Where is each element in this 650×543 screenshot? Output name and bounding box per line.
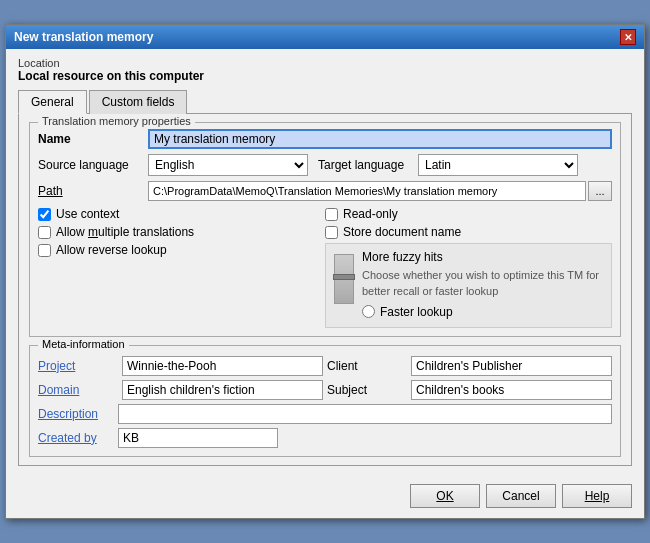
source-language-select[interactable]: English (148, 154, 308, 176)
location-section: Location Local resource on this computer (18, 57, 632, 83)
store-doc-name-label: Store document name (343, 225, 461, 239)
created-by-label: Created by (38, 431, 118, 445)
name-row: Name (38, 129, 612, 149)
target-language-label: Target language (318, 158, 418, 172)
source-language-label: Source language (38, 158, 148, 172)
name-label: Name (38, 132, 148, 146)
store-doc-name-row: Store document name (325, 225, 612, 239)
faster-lookup-row: Faster lookup (362, 305, 603, 319)
tab-general[interactable]: General (18, 90, 87, 114)
window-content: Location Local resource on this computer… (6, 49, 644, 476)
options-area: Use context Allow multiple translations … (38, 207, 612, 328)
description-row: Description (38, 404, 612, 424)
left-checkboxes: Use context Allow multiple translations … (38, 207, 325, 328)
path-row: Path ... (38, 181, 612, 201)
use-context-row: Use context (38, 207, 325, 221)
cancel-button[interactable]: Cancel (486, 484, 556, 508)
use-context-checkbox[interactable] (38, 208, 51, 221)
fuzzy-title: More fuzzy hits (362, 250, 603, 264)
subject-label: Subject (327, 383, 407, 397)
faster-lookup-label: Faster lookup (380, 305, 453, 319)
fuzzy-content: More fuzzy hits Choose whether you wish … (334, 250, 603, 321)
fuzzy-description: Choose whether you wish to optimize this… (362, 268, 603, 299)
tab-custom-fields[interactable]: Custom fields (89, 90, 188, 114)
location-label: Location (18, 57, 632, 69)
fuzzy-slider-area (334, 250, 354, 321)
path-input[interactable] (148, 181, 586, 201)
allow-reverse-label: Allow reverse lookup (56, 243, 167, 257)
close-button[interactable]: ✕ (620, 29, 636, 45)
domain-label: Domain (38, 383, 118, 397)
name-input[interactable] (148, 129, 612, 149)
store-doc-name-checkbox[interactable] (325, 226, 338, 239)
right-options: Read-only Store document name (325, 207, 612, 328)
window-title: New translation memory (14, 30, 153, 44)
meta-grid: Project Client Domain Subject (38, 356, 612, 400)
main-window: New translation memory ✕ Location Local … (5, 24, 645, 519)
description-input[interactable] (118, 404, 612, 424)
allow-multiple-label: Allow multiple translations (56, 225, 194, 239)
read-only-checkbox[interactable] (325, 208, 338, 221)
allow-multiple-checkbox[interactable] (38, 226, 51, 239)
location-value: Local resource on this computer (18, 69, 632, 83)
read-only-row: Read-only (325, 207, 612, 221)
subject-input[interactable] (411, 380, 612, 400)
allow-reverse-row: Allow reverse lookup (38, 243, 325, 257)
target-language-select[interactable]: Latin (418, 154, 578, 176)
fuzzy-slider[interactable] (334, 254, 354, 304)
client-label: Client (327, 359, 407, 373)
allow-multiple-row: Allow multiple translations (38, 225, 325, 239)
faster-lookup-radio[interactable] (362, 305, 375, 318)
project-input[interactable] (122, 356, 323, 376)
allow-reverse-checkbox[interactable] (38, 244, 51, 257)
tm-properties-title: Translation memory properties (38, 115, 195, 127)
path-label: Path (38, 184, 148, 198)
slider-handle (333, 274, 355, 280)
ok-button[interactable]: OK (410, 484, 480, 508)
description-label: Description (38, 407, 118, 421)
tabs-container: General Custom fields (18, 89, 632, 114)
language-row: Source language English Target language … (38, 154, 612, 176)
fuzzy-group: More fuzzy hits Choose whether you wish … (325, 243, 612, 328)
help-button[interactable]: Help (562, 484, 632, 508)
domain-input[interactable] (122, 380, 323, 400)
use-context-label: Use context (56, 207, 119, 221)
client-input[interactable] (411, 356, 612, 376)
tab-content-general: Translation memory properties Name Sourc… (18, 114, 632, 466)
title-bar: New translation memory ✕ (6, 25, 644, 49)
meta-group-title: Meta-information (38, 338, 129, 350)
meta-information-group: Meta-information Project Client Domain S… (29, 345, 621, 457)
fuzzy-text-area: More fuzzy hits Choose whether you wish … (362, 250, 603, 321)
tm-properties-group: Translation memory properties Name Sourc… (29, 122, 621, 337)
created-by-input[interactable] (118, 428, 278, 448)
created-by-row: Created by (38, 428, 612, 448)
read-only-label: Read-only (343, 207, 398, 221)
path-browse-button[interactable]: ... (588, 181, 612, 201)
footer: OK Cancel Help (6, 476, 644, 518)
project-label: Project (38, 359, 118, 373)
